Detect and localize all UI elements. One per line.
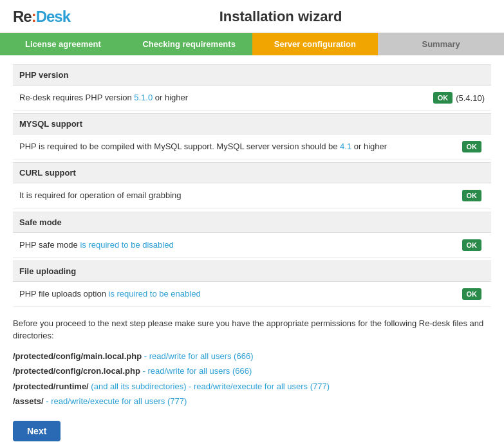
req-link-file-upload: is required to be enabled [109,289,201,299]
header: Re:Desk Installation wizard [0,0,504,33]
ok-badge-curl: OK [462,190,482,201]
ok-badge-safe-mode: OK [462,239,482,251]
section-header-mysql: MYSQL support [13,113,491,134]
perm-detail-0: - read/write for all users (666) [142,351,253,361]
perm-detail-1: - read/write for all users (666) [140,366,252,376]
perm-item-3: /assets/ - read/write/execute for all us… [13,394,491,409]
perm-path-2: /protected/runtime/ [13,382,89,391]
req-link-safe-mode: is required to be disabled [80,240,173,250]
req-row-mysql: PHP is required to be compiled with MySQ… [13,134,491,160]
req-row-curl: It is required for operation of email gr… [13,183,491,208]
req-text-curl: It is required for operation of email gr… [19,190,453,201]
req-link-mysql: 4.1 [340,142,351,151]
ok-status-file-upload: OK [453,288,485,300]
permissions-list: /protected/config/main.local.php - read/… [13,349,491,409]
logo-desk: Desk [36,8,70,25]
perm-item-1: /protected/config/cron.local.php - read/… [13,364,491,378]
perm-detail-2: (and all its subdirectories) - read/writ… [89,382,330,391]
logo: Re:Desk [13,8,70,26]
logo-colon: : [32,8,36,25]
perm-detail-3: - read/write/execute for all users (777) [44,396,187,406]
ok-status-php-version: OK (5.4.10) [424,92,485,104]
step-checking[interactable]: Checking requirements [126,33,252,55]
req-row-safe-mode: PHP safe mode is required to be disabled… [13,233,491,258]
ok-badge-file-upload: OK [462,288,482,300]
step-summary[interactable]: Summary [378,33,504,55]
req-text-file-upload: PHP file uploads option is required to b… [19,288,453,300]
req-row-file-upload: PHP file uploads option is required to b… [13,282,491,307]
perm-path-1: /protected/config/cron.local.php [13,366,140,376]
ok-status-mysql: OK [453,141,485,152]
section-header-file-upload: File uploading [13,261,491,282]
step-server[interactable]: Server configuration [252,33,378,55]
req-text-php-version: Re-desk requires PHP version 5.1.0 or hi… [19,92,424,104]
content: PHP version Re-desk requires PHP version… [0,55,504,442]
section-header-curl: CURL support [13,162,491,183]
perm-item-2: /protected/runtime/ (and all its subdire… [13,379,491,394]
req-row-php-version: Re-desk requires PHP version 5.1.0 or hi… [13,86,491,111]
page-title-wrap: Installation wizard [70,8,491,25]
req-link-php-version: 5.1.0 [134,93,153,102]
ok-status-safe-mode: OK [453,239,485,251]
ok-badge-php-version: OK [433,92,453,104]
req-text-safe-mode: PHP safe mode is required to be disabled [19,239,453,251]
ok-status-curl: OK [453,190,485,201]
permissions-intro: Before you proceed to the next step plea… [13,317,491,342]
page-wrapper: Re:Desk Installation wizard License agre… [0,0,504,442]
step-license[interactable]: License agreement [0,33,126,55]
steps-bar: License agreement Checking requirements … [0,33,504,55]
ok-badge-mysql: OK [462,141,482,152]
section-header-php-version: PHP version [13,64,491,86]
perm-path-3: /assets/ [13,396,44,406]
next-button[interactable]: Next [13,421,61,441]
req-text-mysql: PHP is required to be compiled with MySQ… [19,141,453,152]
page-title: Installation wizard [219,8,342,24]
section-header-safe-mode: Safe mode [13,212,491,233]
logo-re: Re [13,8,32,25]
perm-item-0: /protected/config/main.local.php - read/… [13,349,491,364]
perm-path-0: /protected/config/main.local.php [13,351,142,361]
